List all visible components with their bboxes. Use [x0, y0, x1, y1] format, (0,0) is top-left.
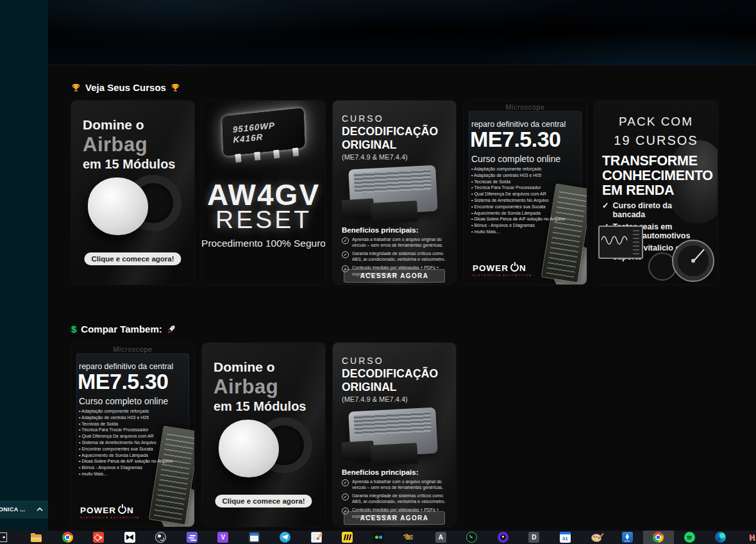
acessar-agora-button[interactable]: ACESSAR AGORA — [344, 511, 445, 525]
course-card-airbag[interactable]: Domine o Airbag em 15 Módulos Clique e c… — [71, 101, 194, 284]
feature-item: Tecnicas de Solda — [471, 179, 565, 185]
chip-pin — [235, 154, 241, 163]
browser-page-content: Veja Seus Cursos Domine o Airbag em 15 M… — [48, 0, 756, 544]
card-subtitle: Curso completo online — [79, 396, 168, 406]
power-on-logo: POWERN ELETRÔNICA AUTOMOTIVA — [80, 506, 140, 519]
taskbar-item-edge[interactable] — [705, 531, 737, 544]
card-title-line1: DECODIFICAÇÃO — [342, 367, 456, 381]
course-card-eeprom-reset[interactable]: 95160WP K416R AW4GV RESET Procedimento 1… — [202, 101, 325, 284]
taskbar-item-letter-a-app[interactable]: A — [425, 531, 457, 544]
card-subtitle: Curso completo online — [471, 154, 560, 164]
feature-item: Encontrar componentes sua Sucata — [79, 446, 172, 452]
card-title-line2: ORIGINAL — [342, 138, 456, 152]
chrome-icon — [653, 532, 664, 543]
section-title-text: Compar Tambem: — [81, 324, 162, 334]
chip-pin — [292, 148, 299, 157]
pixel-grid-icon — [0, 532, 7, 542]
courses-card-row: Domine o Airbag em 15 Módulos Clique e c… — [71, 101, 718, 284]
taskbar-item-file-explorer[interactable] — [21, 531, 53, 544]
course-card-decodificacao[interactable]: CURSO DECODIFICAÇÃO ORIGINAL (ME7.4.9 & … — [333, 101, 456, 284]
taskbar-item-whatsapp[interactable] — [457, 531, 488, 544]
card-title-line2: Airbag — [214, 375, 325, 399]
card-subtitle: (ME7.4.9 & ME7.4.4) — [342, 153, 456, 161]
course-card-me7530[interactable]: Microscope reparo definitivo da central … — [464, 101, 587, 284]
taskbar-item-letter-h-partial[interactable]: H — [736, 531, 756, 544]
taskbar-item-red-diamond-app[interactable] — [83, 531, 115, 544]
taskbar-item-letter-d-app[interactable]: D — [519, 531, 550, 544]
section-title-courses: Veja Seus Cursos — [71, 82, 180, 93]
winged-mail-icon: ✉ — [404, 532, 415, 543]
letter-v-glyph: V — [221, 534, 225, 541]
benefits-heading: Benefícios principais: — [342, 468, 456, 476]
card-kicker: CURSO — [342, 113, 456, 124]
taskbar-item-telegram[interactable] — [270, 531, 301, 544]
feature-list: Adaptação componente reforçado Adaptação… — [79, 408, 172, 477]
airbag-image — [219, 420, 279, 477]
taskbar-item-chrome[interactable] — [52, 531, 83, 544]
purple-camera-app-icon — [498, 532, 508, 543]
ecu-connector — [371, 201, 418, 224]
feature-item: Bônus - Arquivos e Diagramas — [471, 222, 565, 229]
google-calendar-icon: 31 — [560, 532, 571, 543]
taskbar-item-paint-palette-app[interactable] — [581, 531, 612, 544]
taskbar-icon-strip: V ✉ A D 31 H — [0, 531, 756, 544]
start-now-button[interactable]: Clique e comece agora! — [215, 495, 312, 507]
paint-palette-icon — [591, 534, 601, 542]
taskbar-item-two-dots-app[interactable] — [363, 531, 394, 544]
taskbar-item-notepad[interactable] — [301, 531, 332, 544]
letter-d-glyph: D — [532, 534, 536, 541]
collapsed-chat-panel[interactable]: ONICA ... — [0, 500, 48, 518]
purple-v-app-icon: V — [217, 532, 228, 543]
taskbar-item-purple-v-app[interactable]: V — [208, 531, 239, 544]
taskbar-item-pixel-grid[interactable] — [0, 531, 21, 544]
airbag-image — [88, 177, 148, 235]
letter-d-app-icon: D — [528, 532, 539, 543]
benefit-item: ✓ Garanta integridade de sistemas crític… — [342, 251, 449, 262]
feature-item: Qual Diferença De arquivos com AR — [471, 191, 565, 197]
trophy-icon — [71, 83, 81, 92]
spotify-icon — [684, 532, 695, 543]
ecu-image — [333, 163, 456, 225]
feature-item: Técnica Para Trocar Processador — [79, 427, 172, 433]
taskbar-item-spotify[interactable] — [674, 531, 705, 544]
feature-item: Adaptação componente reforçado — [471, 166, 565, 172]
ecu-connector — [371, 443, 418, 466]
course-card-pack19[interactable]: PACK COM 19 CURSOS TRANSFORME CONHECIMEN… — [594, 101, 718, 284]
collapsed-panel-label: ONICA ... — [0, 506, 25, 513]
acessar-agora-button[interactable]: ACESSAR AGORA — [344, 269, 445, 283]
taskbar-item-purple-dashes-app[interactable] — [176, 531, 208, 544]
card-kicker-line1: PACK COM — [594, 115, 718, 129]
course-card-me7530[interactable]: Microscope reparo definitivo da central … — [71, 343, 194, 527]
purple-dashes-app-icon — [187, 532, 197, 543]
taskbar-item-calculator[interactable] — [239, 531, 270, 544]
microscope-watermark: Microscope — [71, 345, 194, 353]
taskbar-item-winged-mail[interactable]: ✉ — [394, 531, 426, 544]
feature-item: Tecnicas de Solda — [79, 421, 172, 427]
obs-studio-icon — [155, 532, 166, 543]
taskbar-item-miro[interactable] — [332, 531, 364, 544]
taskbar-item-purple-camera-app[interactable] — [487, 531, 519, 544]
left-sidebar: ONICA ... — [0, 0, 48, 544]
taskbar-item-blue-drop-app[interactable] — [612, 531, 643, 544]
dollar-icon: $ — [71, 324, 76, 334]
start-now-button[interactable]: Clique e comece agora! — [84, 252, 181, 265]
power-symbol-icon — [510, 263, 519, 272]
card-title-line3: em 15 Módulos — [83, 157, 194, 172]
card-title: ME7.5.30 — [78, 369, 169, 394]
course-card-airbag[interactable]: Domine o Airbag em 15 Módulos Clique e c… — [202, 343, 325, 527]
ecu-connector — [341, 199, 374, 218]
feature-item: Sistema de Arrefecimento No Arquivo — [471, 197, 565, 204]
oscilloscope-image — [598, 226, 643, 259]
edge-icon — [715, 532, 726, 543]
course-card-decodificacao[interactable]: CURSO DECODIFICAÇÃO ORIGINAL (ME7.4.9 & … — [333, 343, 456, 527]
power-on-logo: POWERN ELETRÔNICA AUTOMOTIVA — [473, 263, 532, 277]
check-icon: ✓ — [342, 251, 349, 258]
taskbar-item-chrome-active[interactable] — [643, 531, 675, 544]
benefit-text: Aprenda a trabalhar com o arquivo origin… — [352, 236, 449, 248]
taskbar-item-google-calendar[interactable]: 31 — [550, 531, 581, 544]
capcut-icon — [124, 532, 135, 543]
taskbar-item-capcut[interactable] — [114, 531, 146, 544]
blue-drop-app-icon — [622, 532, 633, 543]
taskbar-item-obs[interactable] — [146, 531, 177, 544]
telegram-icon — [280, 532, 290, 543]
